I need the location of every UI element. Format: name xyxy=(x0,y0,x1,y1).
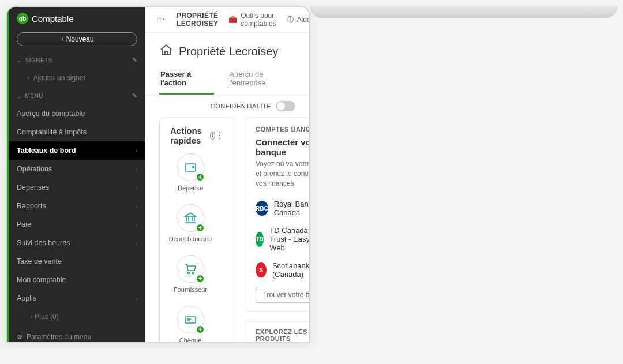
action-label: Dépense xyxy=(178,185,203,192)
sidebar-item-label: Paie xyxy=(17,220,31,228)
sidebar-item-3[interactable]: Opérations› xyxy=(9,160,145,178)
sidebar-item-10[interactable]: Applis› xyxy=(9,289,145,307)
menu-settings[interactable]: ⚙Paramètres du menu xyxy=(9,326,145,343)
chevron-right-icon: › xyxy=(136,166,137,172)
svg-rect-4 xyxy=(185,317,196,323)
sidebar-item-label: Applis xyxy=(17,294,36,302)
confidentiality-row: CONFIDENTIALITÉ xyxy=(145,95,309,112)
toolbox-icon: 🧰 xyxy=(228,16,237,24)
sidebar-item-label: Suivi des heures xyxy=(17,239,70,247)
chevron-right-icon: › xyxy=(136,222,137,228)
plus-badge-icon: + xyxy=(196,223,205,232)
plus-badge-icon: + xyxy=(196,172,205,182)
menu-settings-label: Paramètres du menu xyxy=(27,333,91,341)
main-content: ≡᛫ PROPRIÉTÉ LECROISEY 🧰Outils pour comp… xyxy=(145,7,309,342)
sidebar-item-7[interactable]: Suivi des heures› xyxy=(9,234,145,252)
chevron-down-icon: ⌄ xyxy=(17,93,22,99)
add-bookmark[interactable]: ＋ Ajouter un signet xyxy=(9,69,145,88)
bookmarks-label: SIGNETS xyxy=(25,57,52,63)
confidentiality-label: CONFIDENTIALITÉ xyxy=(211,103,271,110)
edit-bookmarks-icon[interactable]: ✎ xyxy=(132,57,138,64)
help-icon: ⓘ xyxy=(287,15,294,25)
action-label: Fournisseur xyxy=(174,286,207,293)
brand-name: Comptable xyxy=(32,14,74,24)
chevron-right-icon: › xyxy=(136,185,137,191)
sidebar-item-label: Dépenses xyxy=(17,183,49,192)
sidebar-item-2[interactable]: Tableaux de bord› xyxy=(9,141,145,160)
bank-row[interactable]: SScotiabank (Canada)+ xyxy=(256,257,309,283)
new-button[interactable]: + Nouveau xyxy=(17,32,137,46)
confidentiality-toggle[interactable] xyxy=(276,101,295,111)
action-fournisseur[interactable]: +Fournisseur xyxy=(170,255,211,293)
action-dépôt bancaire[interactable]: +Dépôt bancaire xyxy=(170,204,211,242)
bank-logo-icon: S xyxy=(256,262,267,277)
sidebar-item-label: Taxe de vente xyxy=(17,257,62,265)
quick-actions-card: Actions rapidesi ⋮ +Dépense+Dépôt bancai… xyxy=(159,117,235,342)
menu-label: MENU xyxy=(25,93,43,99)
chevron-right-icon: › xyxy=(136,148,137,154)
svg-point-2 xyxy=(188,272,190,274)
svg-point-3 xyxy=(193,272,194,274)
tab-action[interactable]: Passer à l'action xyxy=(159,64,214,95)
hamburger-icon[interactable]: ≡᛫ xyxy=(157,15,166,24)
bank-row[interactable]: RBCRoyal Bank of Canada+ xyxy=(256,195,309,222)
chevron-down-icon: ⌄ xyxy=(17,57,22,63)
bank-row[interactable]: TDTD Canada Trust - Easy Web+ xyxy=(256,222,309,257)
bank-name: TD Canada Trust - Easy Web xyxy=(269,226,309,252)
sidebar-item-0[interactable]: Aperçu du comptable xyxy=(9,104,145,123)
bank-title: Connecter votre banque xyxy=(256,137,309,157)
action-dépense[interactable]: +Dépense xyxy=(170,153,211,192)
products-section-label: EXPLOREZ LES PRODUITS QUICKBOOKS xyxy=(256,328,309,342)
more-menu-icon[interactable]: ⋮ xyxy=(215,133,224,138)
action-label: Dépôt bancaire xyxy=(169,235,212,242)
page-header: Propriété Lecroisey xyxy=(145,33,309,64)
info-icon[interactable]: i xyxy=(210,132,215,140)
sidebar: qb Comptable + Nouveau ⌄SIGNETS ✎ ＋ Ajou… xyxy=(7,7,145,342)
action-label: Chèque xyxy=(179,337,202,342)
page-title: Propriété Lecroisey xyxy=(179,45,278,58)
topbar: ≡᛫ PROPRIÉTÉ LECROISEY 🧰Outils pour comp… xyxy=(145,7,309,33)
sidebar-item-label: Rapports xyxy=(17,202,46,210)
sidebar-item-5[interactable]: Rapports› xyxy=(9,197,145,215)
help-button[interactable]: ⓘAide xyxy=(287,15,309,25)
bank-accounts-card: COMPTES BANCAIRES Connecter votre banque… xyxy=(245,117,309,312)
tab-overview[interactable]: Aperçu de l'entreprise xyxy=(228,64,295,95)
plus-badge-icon: + xyxy=(196,325,205,334)
bank-desc: Voyez où va votre argent et prenez le co… xyxy=(256,159,309,188)
sidebar-item-label: Aperçu du comptable xyxy=(17,110,85,118)
chevron-right-icon: › xyxy=(136,295,137,302)
sidebar-item-1[interactable]: Comptabilité à Impôts xyxy=(9,123,145,141)
tabs: Passer à l'action Aperçu de l'entreprise xyxy=(145,64,309,95)
menu-header: ⌄MENU ✎ xyxy=(9,88,145,104)
sidebar-more-label: Plus (0) xyxy=(35,313,58,321)
accountant-tools-label: Outils pour comptables xyxy=(241,12,276,28)
edit-menu-icon[interactable]: ✎ xyxy=(132,92,138,100)
add-bookmark-label: Ajouter un signet xyxy=(33,74,85,82)
sidebar-item-label: Comptabilité à Impôts xyxy=(17,128,87,136)
bank-logo-icon: TD xyxy=(256,232,264,247)
chevron-right-icon: › xyxy=(136,240,137,246)
sidebar-item-6[interactable]: Paie› xyxy=(9,215,145,234)
explore-products-card: EXPLOREZ LES PRODUITS QUICKBOOKS PaieCen… xyxy=(245,320,309,342)
chevron-right-icon: › xyxy=(136,203,137,209)
sidebar-item-9[interactable]: Mon comptable xyxy=(9,271,145,289)
accountant-tools[interactable]: 🧰Outils pour comptables xyxy=(228,12,276,28)
sidebar-item-label: Opérations xyxy=(17,165,52,173)
help-label: Aide xyxy=(297,16,309,24)
action-chèque[interactable]: +Chèque xyxy=(170,306,211,342)
sidebar-item-label: Mon comptable xyxy=(17,276,66,284)
qb-logo-icon: qb xyxy=(17,13,28,24)
plus-badge-icon: + xyxy=(196,274,205,283)
gear-icon: ⚙ xyxy=(17,333,23,341)
bank-name: Royal Bank of Canada xyxy=(274,200,309,217)
find-bank-button[interactable]: Trouver votre banque xyxy=(256,287,309,303)
sidebar-more[interactable]: › Plus (0) xyxy=(9,307,145,326)
breadcrumb: PROPRIÉTÉ LECROISEY xyxy=(177,12,218,28)
logo: qb Comptable xyxy=(9,7,145,30)
bank-section-label: COMPTES BANCAIRES xyxy=(256,126,309,133)
bank-name: Scotiabank (Canada) xyxy=(272,261,309,279)
home-icon xyxy=(159,43,173,59)
sidebar-item-8[interactable]: Taxe de vente xyxy=(9,252,145,271)
bank-logo-icon: RBC xyxy=(256,201,268,216)
sidebar-item-4[interactable]: Dépenses› xyxy=(9,178,145,197)
